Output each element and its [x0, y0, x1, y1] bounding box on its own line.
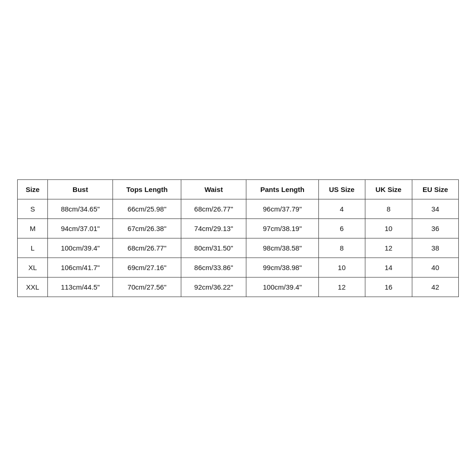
table-row: L100cm/39.4"68cm/26.77"80cm/31.50"98cm/3… — [18, 238, 459, 258]
cell-waist: 74cm/29.13" — [181, 218, 246, 238]
cell-size: XL — [18, 258, 48, 277]
cell-pants_length: 98cm/38.58" — [246, 238, 319, 258]
cell-eu_size: 40 — [412, 258, 458, 277]
cell-pants_length: 96cm/37.79" — [246, 199, 319, 218]
header-us-size: US Size — [318, 179, 365, 199]
table-row: M94cm/37.01"67cm/26.38"74cm/29.13"97cm/3… — [18, 218, 459, 238]
cell-size: S — [18, 199, 48, 218]
cell-us_size: 12 — [318, 277, 365, 297]
header-uk-size: UK Size — [365, 179, 412, 199]
cell-bust: 106cm/41.7" — [48, 258, 113, 277]
cell-size: L — [18, 238, 48, 258]
cell-size: M — [18, 218, 48, 238]
header-pants-length: Pants Length — [246, 179, 319, 199]
cell-waist: 92cm/36.22" — [181, 277, 246, 297]
header-size: Size — [18, 179, 48, 199]
cell-tops_length: 67cm/26.38" — [113, 218, 181, 238]
table-header-row: Size Bust Tops Length Waist Pants Length… — [18, 179, 459, 199]
cell-waist: 80cm/31.50" — [181, 238, 246, 258]
cell-us_size: 10 — [318, 258, 365, 277]
cell-size: XXL — [18, 277, 48, 297]
cell-eu_size: 38 — [412, 238, 458, 258]
cell-tops_length: 69cm/27.16" — [113, 258, 181, 277]
cell-bust: 100cm/39.4" — [48, 238, 113, 258]
cell-us_size: 8 — [318, 238, 365, 258]
cell-tops_length: 66cm/25.98" — [113, 199, 181, 218]
cell-us_size: 4 — [318, 199, 365, 218]
cell-eu_size: 34 — [412, 199, 458, 218]
cell-us_size: 6 — [318, 218, 365, 238]
table-row: XXL113cm/44.5"70cm/27.56"92cm/36.22"100c… — [18, 277, 459, 297]
cell-pants_length: 100cm/39.4" — [246, 277, 319, 297]
cell-bust: 94cm/37.01" — [48, 218, 113, 238]
cell-waist: 68cm/26.77" — [181, 199, 246, 218]
cell-tops_length: 70cm/27.56" — [113, 277, 181, 297]
cell-eu_size: 36 — [412, 218, 458, 238]
size-chart-table: Size Bust Tops Length Waist Pants Length… — [17, 179, 459, 297]
header-tops-length: Tops Length — [113, 179, 181, 199]
table-row: S88cm/34.65"66cm/25.98"68cm/26.77"96cm/3… — [18, 199, 459, 218]
cell-pants_length: 99cm/38.98" — [246, 258, 319, 277]
header-waist: Waist — [181, 179, 246, 199]
cell-waist: 86cm/33.86" — [181, 258, 246, 277]
header-eu-size: EU Size — [412, 179, 458, 199]
cell-uk_size: 10 — [365, 218, 412, 238]
cell-bust: 88cm/34.65" — [48, 199, 113, 218]
table-row: XL106cm/41.7"69cm/27.16"86cm/33.86"99cm/… — [18, 258, 459, 277]
cell-uk_size: 16 — [365, 277, 412, 297]
size-chart-container: Size Bust Tops Length Waist Pants Length… — [17, 179, 459, 297]
cell-uk_size: 12 — [365, 238, 412, 258]
header-bust: Bust — [48, 179, 113, 199]
cell-bust: 113cm/44.5" — [48, 277, 113, 297]
cell-eu_size: 42 — [412, 277, 458, 297]
cell-pants_length: 97cm/38.19" — [246, 218, 319, 238]
cell-uk_size: 8 — [365, 199, 412, 218]
cell-uk_size: 14 — [365, 258, 412, 277]
cell-tops_length: 68cm/26.77" — [113, 238, 181, 258]
